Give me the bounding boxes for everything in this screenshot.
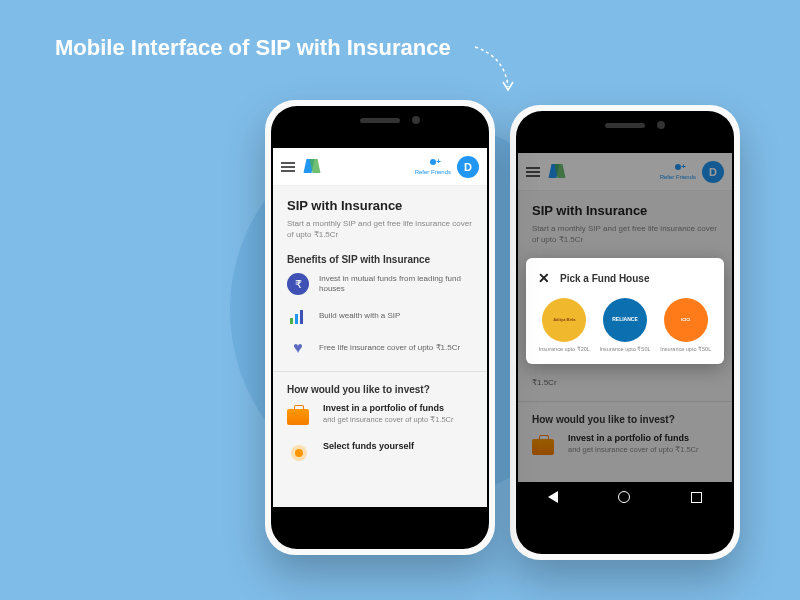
option-title: Select funds yourself	[323, 441, 473, 451]
benefit-text: Build wealth with a SIP	[319, 311, 400, 321]
option-title: Invest in a portfolio of funds	[323, 403, 473, 413]
benefit-item: Build wealth with a SIP	[287, 305, 473, 327]
page-subtitle: Start a monthly SIP and get free life in…	[287, 218, 473, 240]
phone-camera	[412, 116, 420, 124]
app-logo	[303, 159, 319, 175]
page-title: SIP with Insurance	[287, 198, 473, 213]
fund-house-option[interactable]: Aditya Birla Insurance upto ₹20L	[538, 298, 591, 352]
phone-mockup-right: Refer Friends D SIP with Insurance Start…	[510, 105, 740, 560]
menu-icon[interactable]	[281, 162, 295, 172]
svg-rect-0	[290, 318, 293, 324]
heart-icon: ♥	[287, 337, 309, 359]
benefit-item: ♥ Free life insurance cover of upto ₹1.5…	[287, 337, 473, 359]
modal-title: Pick a Fund House	[560, 273, 649, 284]
fund-label: Insurance upto ₹50L	[599, 346, 650, 352]
fund-house-option[interactable]: RELIANCE Insurance upto ₹50L	[599, 298, 652, 352]
phone-mockup-left: Refer Friends D SIP with Insurance Start…	[265, 100, 495, 555]
person-add-icon	[427, 159, 439, 169]
fund-label: Insurance upto ₹50L	[660, 346, 711, 352]
nav-back-icon[interactable]	[548, 491, 558, 503]
benefits-heading: Benefits of SIP with Insurance	[287, 254, 473, 265]
fund-house-modal: ✕ Pick a Fund House Aditya Birla Insuran…	[526, 258, 724, 364]
pointer-arrow	[470, 42, 530, 102]
select-icon	[287, 443, 313, 467]
fund-logo-icon: RELIANCE	[603, 298, 647, 342]
invest-option-portfolio[interactable]: Invest in a portfolio of funds and get i…	[287, 403, 473, 429]
briefcase-icon	[287, 409, 309, 425]
hero-title: Mobile Interface of SIP with Insurance	[55, 35, 451, 61]
invest-heading: How would you like to invest?	[287, 384, 473, 395]
phone-camera	[657, 121, 665, 129]
svg-rect-2	[300, 310, 303, 324]
growth-icon	[287, 305, 309, 327]
fund-logo-icon: Aditya Birla	[542, 298, 586, 342]
benefit-text: Free life insurance cover of upto ₹1.5Cr	[319, 343, 460, 353]
refer-friends-button[interactable]: Refer Friends	[415, 159, 451, 175]
phone-speaker	[360, 118, 400, 123]
divider	[273, 371, 487, 372]
android-navbar	[518, 482, 732, 512]
fund-house-option[interactable]: ICICI Insurance upto ₹50L	[659, 298, 712, 352]
fund-logo-icon: ICICI	[664, 298, 708, 342]
refer-label: Refer Friends	[415, 169, 451, 175]
fund-label: Insurance upto ₹20L	[539, 346, 590, 352]
benefit-text: Invest in mutual funds from leading fund…	[319, 274, 473, 295]
close-icon[interactable]: ✕	[538, 270, 550, 286]
svg-point-4	[295, 449, 303, 457]
phone-speaker	[605, 123, 645, 128]
rupee-icon: ₹	[287, 273, 309, 295]
invest-option-self[interactable]: Select funds yourself	[287, 441, 473, 467]
nav-home-icon[interactable]	[618, 491, 630, 503]
svg-rect-1	[295, 314, 298, 324]
app-topbar: Refer Friends D	[273, 148, 487, 186]
option-sub: and get insurance cover of upto ₹1.5Cr	[323, 415, 473, 425]
nav-recents-icon[interactable]	[691, 492, 702, 503]
user-avatar[interactable]: D	[457, 156, 479, 178]
benefit-item: ₹ Invest in mutual funds from leading fu…	[287, 273, 473, 295]
